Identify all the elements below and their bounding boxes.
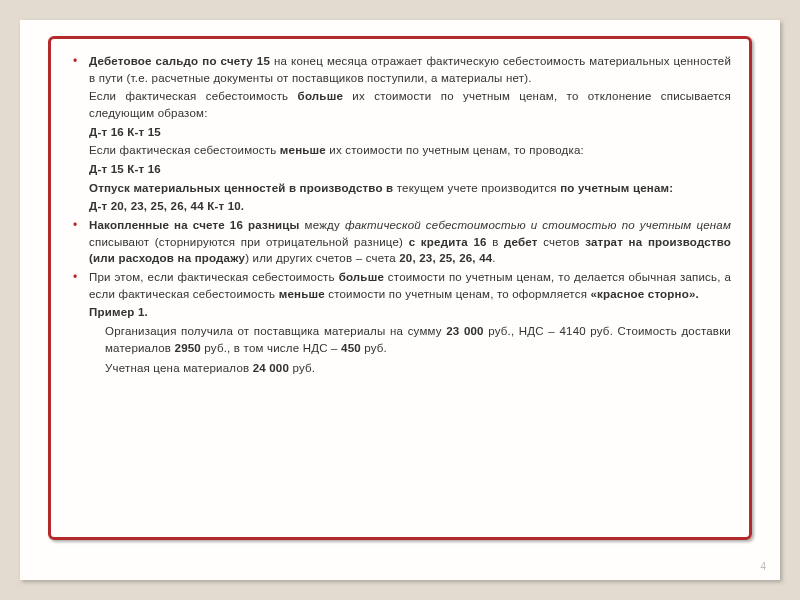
bold-text: 23 000 [446,325,483,337]
example-line2: Учетная цена материалов 24 000 руб. [85,360,731,377]
para-if-greater: Если фактическая себестоимость больше их… [85,88,731,121]
text: руб., в том числе НДС – [201,342,341,354]
text: Учетная цена материалов [105,362,253,374]
bold-text: Пример 1. [89,306,148,318]
para-accumulated-diff: Накопленные на счете 16 разницы между фа… [85,217,731,267]
page-number: 4 [760,561,766,572]
para-if-less: Если фактическая себестоимость меньше их… [85,142,731,159]
text: их стоимости по учетным ценам, то провод… [326,144,584,156]
text: При этом, если фактическая себестоимость [89,271,339,283]
bold-text: меньше [279,288,325,300]
entry-dt15-kt16: Д-т 15 К-т 16 [85,161,731,178]
bold-text: Д-т 20, 23, 25, 26, 44 К-т 10. [89,200,244,212]
text: руб. [361,342,387,354]
entry-dt16-kt15: Д-т 16 К-т 15 [85,124,731,141]
para-release-production: Отпуск материальных ценностей в производ… [85,180,731,197]
bold-text: Отпуск материальных ценностей в производ… [89,182,393,194]
content-body: Дебетовое сальдо по счету 15 на конец ме… [69,53,731,377]
content-frame: Дебетовое сальдо по счету 15 на конец ме… [48,36,752,540]
bold-text: Д-т 16 К-т 15 [89,126,161,138]
text: Организация получила от поставщика матер… [105,325,446,337]
bold-text: 450 [341,342,361,354]
bold-text: с кредита 16 [409,236,487,248]
bold-text: 24 000 [253,362,289,374]
bold-text: Дебетовое сальдо по счету 15 [89,55,270,67]
text: Если фактическая себестоимость [89,144,280,156]
text: между [300,219,345,231]
bold-text: дебет [504,236,538,248]
bold-text: 20, 23, 25, 26, 44 [399,252,492,264]
text: Если фактическая себестоимость [89,90,298,102]
text: . [492,252,495,264]
text: ) или других счетов – счета [245,252,399,264]
text: руб. [289,362,315,374]
example-line1: Организация получила от поставщика матер… [85,323,731,356]
text: текущем учете производится [393,182,560,194]
text: в [487,236,504,248]
text: счетов [538,236,586,248]
bold-text: 2950 [175,342,201,354]
example-heading: Пример 1. [85,304,731,321]
para-red-storno: При этом, если фактическая себестоимость… [85,269,731,302]
bold-text: больше [298,90,343,102]
bold-text: меньше [280,144,326,156]
italic-text: фактической себестоимостью и стоимостью … [345,219,731,231]
bold-text: «красное сторно». [590,288,698,300]
bullet-list: Дебетовое сальдо по счету 15 на конец ме… [69,53,731,377]
text: списывают (сторнируются при отрицательно… [89,236,409,248]
entry-dt20-kt10: Д-т 20, 23, 25, 26, 44 К-т 10. [85,198,731,215]
bold-text: по учетным ценам: [560,182,673,194]
bold-text: Накопленные на счете 16 разницы [89,219,300,231]
slide: Дебетовое сальдо по счету 15 на конец ме… [20,20,780,580]
bold-text: больше [339,271,384,283]
bold-text: Д-т 15 К-т 16 [89,163,161,175]
text: стоимости по учетным ценам, то оформляет… [325,288,591,300]
para-debit-balance: Дебетовое сальдо по счету 15 на конец ме… [85,53,731,86]
